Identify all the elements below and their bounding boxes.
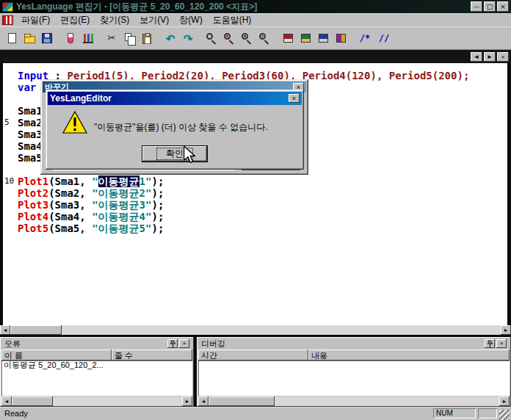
pin-icon[interactable] — [485, 339, 495, 348]
code-token: (Sma3, — [48, 199, 92, 211]
scroll-left-icon[interactable]: ◄ — [0, 325, 10, 335]
scrollbar-thumb[interactable] — [209, 397, 275, 406]
menu-edit[interactable]: 편집(E) — [55, 13, 95, 27]
line-number: 10 — [3, 175, 18, 187]
pin-icon[interactable] — [167, 339, 178, 348]
errors-column-headers: 이 름 줄 수 — [1, 350, 192, 361]
code-token: Plot5 — [18, 222, 48, 234]
menu-file[interactable]: 파일(F) — [16, 13, 55, 27]
status-cell — [478, 408, 497, 419]
code-line[interactable]: Plot5(Sma5, "이동평균5"); — [3, 222, 507, 234]
debug-hscrollbar[interactable]: ◄ ► — [198, 397, 510, 406]
warning-icon — [62, 111, 87, 137]
scroll-left-icon[interactable]: ◄ — [1, 397, 12, 406]
message-box-body: "이동평균"을(를) (더) 이상 찾을 수 없습니다. 확인 — [48, 105, 302, 167]
document-icon[interactable] — [2, 15, 13, 25]
column-header-name[interactable]: 이 름 — [1, 350, 112, 361]
toolbar-separator — [273, 30, 279, 46]
list-item[interactable]: 이동평균 5_20_60_120_2... — [1, 361, 192, 370]
code-token: ); — [151, 222, 164, 234]
menu-find[interactable]: 찾기(S) — [95, 13, 134, 27]
code-token: "이동평균2" — [92, 187, 151, 199]
open-icon — [24, 36, 35, 43]
menu-view[interactable]: 보기(V) — [134, 13, 174, 27]
code-line[interactable]: Plot4(Sma4, "이동평균4"); — [3, 211, 507, 222]
compile-button[interactable] — [79, 29, 97, 47]
errors-panel-header[interactable]: 오류 × — [1, 338, 192, 350]
scrollbar-track[interactable] — [10, 325, 501, 335]
book3-icon — [319, 34, 328, 43]
open-file-button[interactable] — [21, 29, 38, 47]
scroll-left-icon[interactable]: ◄ — [198, 397, 209, 406]
save-icon — [42, 33, 52, 43]
paste-button[interactable] — [138, 29, 156, 47]
debug-list[interactable] — [198, 361, 510, 396]
new-file-button[interactable] — [3, 29, 21, 47]
find-in-files-button[interactable] — [256, 29, 273, 47]
code-token: ); — [151, 175, 164, 187]
help-contents-button[interactable] — [279, 29, 297, 47]
find3-icon — [242, 33, 248, 40]
code-token: Plot3 — [18, 199, 48, 211]
syntax-check-button[interactable] — [62, 29, 79, 47]
block-comment-button[interactable]: /* — [355, 29, 374, 47]
errors-hscrollbar[interactable]: ◄ ► — [1, 397, 192, 406]
cut-button[interactable]: ✂ — [103, 29, 120, 47]
errors-panel: 오류 × 이 름 줄 수 이동평균 5_20_60_120_2... ◄ ► — [0, 337, 194, 407]
scrollbar-track[interactable] — [209, 397, 499, 406]
book1-icon — [283, 34, 293, 43]
find-next-button[interactable] — [220, 29, 238, 47]
resize-grip[interactable] — [499, 410, 510, 420]
redo-button[interactable]: ↷ — [179, 29, 197, 47]
tab-close-button[interactable]: × — [497, 52, 509, 62]
find-prev-button[interactable] — [238, 29, 256, 47]
debug-close-icon[interactable]: × — [496, 339, 507, 348]
example-help-button[interactable] — [332, 29, 349, 47]
scroll-right-icon[interactable]: ► — [182, 397, 192, 406]
scrollbar-track[interactable] — [12, 397, 182, 406]
keyword-help-button[interactable] — [314, 29, 332, 47]
message-box-close-icon[interactable]: × — [289, 94, 300, 103]
maximize-button[interactable]: □ — [484, 1, 496, 12]
message-box-title: YesLangEditor — [50, 93, 112, 104]
scrollbar-thumb[interactable] — [10, 325, 62, 335]
flask-icon — [68, 33, 73, 43]
code-token: "이동평균4" — [92, 211, 151, 222]
debug-panel: 디버깅 × 시간 내용 ◄ ► — [197, 337, 511, 407]
scrollbar-thumb[interactable] — [12, 397, 53, 406]
code-line[interactable]: 10Plot1(Sma1, "이동평균1"); — [3, 175, 507, 187]
save-file-button[interactable] — [38, 29, 56, 47]
redo-icon: ↷ — [184, 33, 193, 44]
code-line[interactable]: Plot2(Sma2, "이동평균2"); — [3, 187, 507, 199]
undo-button[interactable]: ↶ — [162, 29, 179, 47]
column-header-linecount[interactable]: 줄 수 — [112, 350, 192, 361]
code-line[interactable]: Plot3(Sma3, "이동평균3"); — [3, 199, 507, 211]
menu-window[interactable]: 창(W) — [174, 13, 207, 27]
column-header-time[interactable]: 시간 — [198, 350, 308, 361]
column-header-content[interactable]: 내용 — [308, 350, 510, 361]
ok-button[interactable]: 확인 — [142, 145, 208, 162]
code-token: Sma4 — [18, 140, 43, 152]
line-comment-button[interactable]: // — [374, 29, 394, 47]
tab-scroll-right-button[interactable]: ► — [484, 52, 496, 62]
toolbar-separator — [197, 30, 203, 46]
tab-scroll-left-button[interactable]: ◄ — [471, 52, 482, 62]
message-box[interactable]: YesLangEditor × "이동평균"을(를) (더) 이상 찾을 수 없… — [46, 90, 304, 170]
find-button[interactable] — [203, 29, 220, 47]
function-help-button[interactable] — [297, 29, 314, 47]
toolbar-separator — [56, 30, 62, 46]
errors-close-icon[interactable]: × — [179, 339, 189, 348]
scroll-right-icon[interactable]: ► — [501, 325, 511, 335]
editor-hscrollbar[interactable]: ◄ ► — [0, 325, 511, 335]
title-bar[interactable]: YesLanguage 편집기 - [이동평균 5_20_60_120_200 … — [0, 0, 511, 13]
message-box-titlebar[interactable]: YesLangEditor × — [48, 92, 302, 105]
code-token: 이동평균 — [98, 175, 139, 187]
close-button[interactable]: × — [497, 1, 509, 12]
minimize-button[interactable]: — — [471, 1, 482, 12]
errors-list[interactable]: 이동평균 5_20_60_120_2... — [1, 361, 192, 396]
debug-panel-header[interactable]: 디버깅 × — [198, 338, 510, 350]
menu-help[interactable]: 도움말(H) — [208, 13, 257, 27]
scroll-right-icon[interactable]: ► — [499, 397, 510, 406]
copy-button[interactable] — [120, 29, 138, 47]
code-token: Sma1 — [18, 105, 43, 117]
